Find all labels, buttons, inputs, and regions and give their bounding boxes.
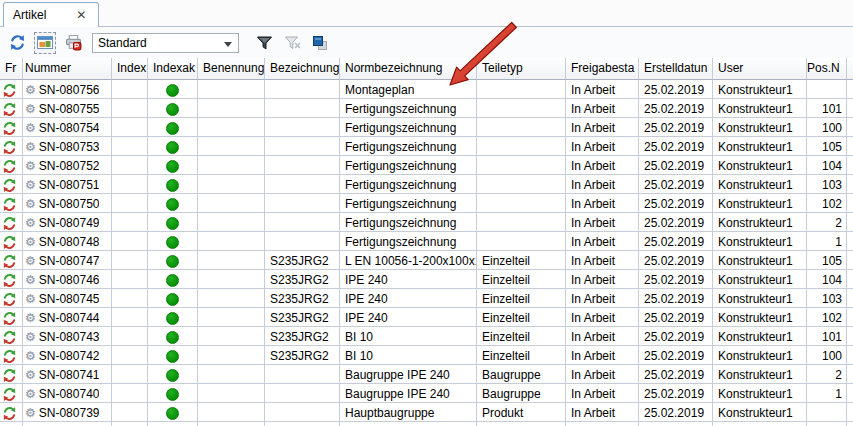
cell-benennung <box>198 289 265 308</box>
columns-icon <box>312 35 328 51</box>
table-row[interactable]: ⚙SN-080749FertigungszeichnungIn Arbeit25… <box>0 213 853 232</box>
table-row[interactable]: ⚙SN-080742S235JRG2BI 10EinzelteilIn Arbe… <box>0 346 853 365</box>
cell-indexak <box>148 175 198 194</box>
filler-cell <box>477 422 566 426</box>
part-number: SN-080740 <box>39 387 100 401</box>
table-row[interactable]: ⚙SN-080750FertigungszeichnungIn Arbeit25… <box>0 194 853 213</box>
tab-artikel[interactable]: Artikel ✕ <box>3 2 99 27</box>
cell-teiletyp <box>477 80 566 99</box>
cell-index <box>112 80 148 99</box>
part-number: SN-080741 <box>39 368 100 382</box>
column-header-indexak[interactable]: Indexak <box>148 58 198 80</box>
cell-benennung <box>198 213 265 232</box>
cell-user: Konstrukteur1 <box>713 137 807 156</box>
column-header-bezeichnung[interactable]: Bezeichnung <box>265 58 340 80</box>
cell-user: Konstrukteur1 <box>713 270 807 289</box>
cell-indexak <box>148 384 198 403</box>
table-row[interactable]: ⚙SN-080740Baugruppe IPE 240BaugruppeIn A… <box>0 384 853 403</box>
table-row[interactable]: ⚙SN-080741Baugruppe IPE 240BaugruppeIn A… <box>0 365 853 384</box>
part-gear-icon: ⚙ <box>25 312 36 324</box>
cell-normbezeichnung: Fertigungszeichnung <box>340 118 477 137</box>
cell-user: Konstrukteur1 <box>713 99 807 118</box>
cell-fr <box>0 232 23 251</box>
cell-teiletyp: Baugruppe <box>477 384 566 403</box>
close-icon[interactable]: ✕ <box>74 8 88 22</box>
cell-posnr: 105 <box>807 251 847 270</box>
column-header-erstelldatum[interactable]: Erstelldatun <box>639 58 713 80</box>
cell-nummer: ⚙SN-080744 <box>23 308 112 327</box>
cell-erstelldatum: 25.02.2019 <box>639 384 713 403</box>
table-row[interactable]: ⚙SN-080739HauptbaugruppeProduktIn Arbeit… <box>0 403 853 422</box>
cell-normbezeichnung: Fertigungszeichnung <box>340 156 477 175</box>
filter-button[interactable] <box>253 32 275 54</box>
column-header-index[interactable]: Index <box>112 58 148 80</box>
cell-indexak <box>148 194 198 213</box>
part-number: SN-080744 <box>39 311 100 325</box>
cell-freigabestatus: In Arbeit <box>566 308 639 327</box>
cell-nummer: ⚙SN-080749 <box>23 213 112 232</box>
index-current-dot <box>166 122 179 135</box>
table-row[interactable]: ⚙SN-080748FertigungszeichnungIn Arbeit25… <box>0 232 853 251</box>
column-header-fr[interactable]: Fr <box>0 58 23 80</box>
cell-fr <box>0 118 23 137</box>
column-header-benennung[interactable]: Benennung <box>198 58 265 80</box>
part-gear-icon: ⚙ <box>25 141 36 153</box>
table-row[interactable]: ⚙SN-080751FertigungszeichnungIn Arbeit25… <box>0 175 853 194</box>
refresh-button[interactable] <box>6 32 28 54</box>
cell-index <box>112 365 148 384</box>
cell-posnr: 2 <box>807 365 847 384</box>
cell-benennung <box>198 99 265 118</box>
view-selector-dropdown[interactable]: Standard <box>92 33 239 53</box>
table-row[interactable]: ⚙SN-080744S235JRG2IPE 240EinzelteilIn Ar… <box>0 308 853 327</box>
column-header-user[interactable]: User <box>713 58 807 80</box>
result-grid: FrNummerIndexIndexakBenennungBezeichnung… <box>0 58 853 426</box>
table-row[interactable]: ⚙SN-080754FertigungszeichnungIn Arbeit25… <box>0 118 853 137</box>
table-row[interactable]: ⚙SN-080745S235JRG2IPE 240EinzelteilIn Ar… <box>0 289 853 308</box>
part-number: SN-080751 <box>39 178 100 192</box>
index-current-dot <box>166 160 179 173</box>
row-refresh-icon <box>2 178 17 193</box>
cell-bezeichnung: S235JRG2 <box>265 251 340 270</box>
table-row[interactable]: ⚙SN-080753FertigungszeichnungIn Arbeit25… <box>0 137 853 156</box>
column-header-posnr[interactable]: Pos.N <box>807 58 847 80</box>
cell-indexak <box>148 346 198 365</box>
cell-teiletyp: Einzelteil <box>477 289 566 308</box>
part-gear-icon: ⚙ <box>25 198 36 210</box>
clear-filter-button[interactable] <box>281 32 303 54</box>
table-row[interactable]: ⚙SN-080752FertigungszeichnungIn Arbeit25… <box>0 156 853 175</box>
columns-button[interactable] <box>309 32 331 54</box>
table-row[interactable]: ⚙SN-080755FertigungszeichnungIn Arbeit25… <box>0 99 853 118</box>
cell-user: Konstrukteur1 <box>713 156 807 175</box>
column-header-spacer[interactable] <box>847 58 853 80</box>
print-button[interactable] <box>62 32 84 54</box>
cell-normbezeichnung: Fertigungszeichnung <box>340 99 477 118</box>
table-row[interactable]: ⚙SN-080743S235JRG2BI 10EinzelteilIn Arbe… <box>0 327 853 346</box>
result-list-view-button[interactable] <box>34 32 56 54</box>
cell-teiletyp: Einzelteil <box>477 346 566 365</box>
column-header-freigabestatus[interactable]: Freigabesta <box>566 58 639 80</box>
cell-fr <box>0 99 23 118</box>
row-refresh-icon <box>2 368 17 383</box>
table-row[interactable]: ⚙SN-080747S235JRG2L EN 10056-1-200x100x1… <box>0 251 853 270</box>
cell-fr <box>0 384 23 403</box>
column-header-teiletyp[interactable]: Teiletyp <box>477 58 566 80</box>
table-row[interactable]: ⚙SN-080756MontageplanIn Arbeit25.02.2019… <box>0 80 853 99</box>
cell-nummer: ⚙SN-080747 <box>23 251 112 270</box>
cell-erstelldatum: 25.02.2019 <box>639 289 713 308</box>
cell-indexak <box>148 403 198 422</box>
cell-indexak <box>148 251 198 270</box>
index-current-dot <box>166 236 179 249</box>
column-header-normbezeichnung[interactable]: Normbezeichnung <box>340 58 477 80</box>
filler-cell <box>639 422 713 426</box>
table-row[interactable]: ⚙SN-080746S235JRG2IPE 240EinzelteilIn Ar… <box>0 270 853 289</box>
cell-posnr: 1 <box>807 232 847 251</box>
cell-normbezeichnung: L EN 10056-1-200x100x12 <box>340 251 477 270</box>
cell-nummer: ⚙SN-080746 <box>23 270 112 289</box>
part-gear-icon: ⚙ <box>25 331 36 343</box>
column-header-nummer[interactable]: Nummer <box>23 58 112 80</box>
cell-spacer <box>847 289 853 308</box>
cell-fr <box>0 327 23 346</box>
cell-index <box>112 251 148 270</box>
row-refresh-icon <box>2 102 17 117</box>
index-current-dot <box>166 388 179 401</box>
